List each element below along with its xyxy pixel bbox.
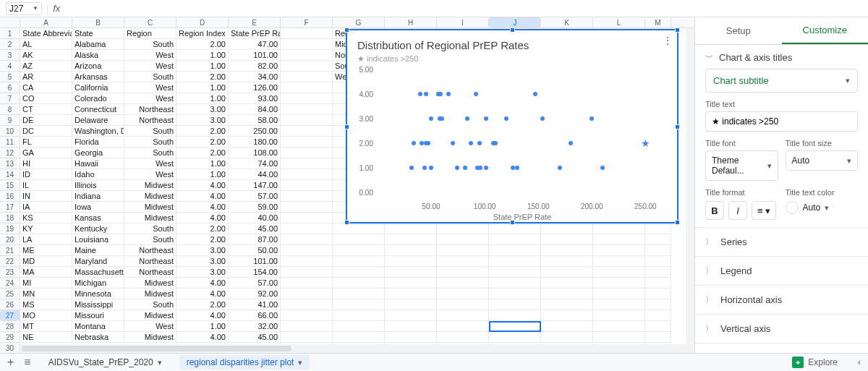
cell[interactable] <box>281 39 333 50</box>
chevron-down-icon[interactable]: ▾ <box>158 358 162 367</box>
cell[interactable]: 4.00 <box>176 310 229 321</box>
cell[interactable]: Connecticut <box>72 104 124 115</box>
align-button[interactable]: ≡ ▾ <box>752 201 776 220</box>
row-header[interactable]: 12 <box>0 148 20 158</box>
row-header[interactable]: 28 <box>0 321 20 332</box>
cell[interactable] <box>281 169 333 180</box>
cell[interactable] <box>489 289 541 299</box>
cell[interactable] <box>437 289 489 299</box>
cell[interactable]: 101.00 <box>229 50 281 61</box>
cell[interactable] <box>593 299 645 310</box>
cell[interactable]: 93.00 <box>229 93 281 104</box>
section-vertical-axis[interactable]: 〉Vertical axis <box>695 315 868 344</box>
cell[interactable]: West <box>124 61 176 72</box>
row-header[interactable]: 4 <box>0 61 20 72</box>
cell[interactable] <box>541 321 593 332</box>
cell[interactable]: State Abbreviation <box>20 28 72 39</box>
cell[interactable] <box>489 267 541 278</box>
cell[interactable]: South <box>124 148 176 158</box>
collapse-icon[interactable]: ‹ <box>858 357 861 367</box>
cell[interactable]: 47.00 <box>229 39 281 50</box>
col-header[interactable]: A <box>20 17 72 27</box>
cell[interactable] <box>281 115 333 126</box>
cell[interactable]: 126.00 <box>229 82 281 93</box>
cell[interactable]: West <box>124 82 176 93</box>
cell[interactable] <box>281 158 333 169</box>
cell[interactable]: Midwest <box>124 289 176 299</box>
cell[interactable]: HI <box>20 158 72 169</box>
cell[interactable]: Midwest <box>124 310 176 321</box>
cell[interactable] <box>333 267 385 278</box>
cell[interactable]: 4.00 <box>176 202 229 213</box>
cell[interactable]: 1.00 <box>176 158 229 169</box>
cell[interactable] <box>281 50 333 61</box>
cell[interactable]: State PrEP Rate <box>229 28 281 39</box>
cell[interactable]: State <box>72 28 124 39</box>
cell[interactable]: Iowa <box>72 202 124 213</box>
col-header[interactable]: L <box>593 17 645 27</box>
spreadsheet-grid[interactable]: 1234567891011121314151617181920212223242… <box>0 17 694 353</box>
cell[interactable] <box>541 289 593 299</box>
col-header[interactable]: K <box>541 17 593 27</box>
title-font-select[interactable]: Theme Defaul...▾ <box>705 150 778 181</box>
cell[interactable]: MN <box>20 289 72 299</box>
chevron-down-icon[interactable]: ▾ <box>825 203 829 213</box>
cell[interactable] <box>333 245 385 256</box>
cell[interactable] <box>489 278 541 289</box>
cell[interactable] <box>385 256 437 267</box>
cell[interactable]: Illinois <box>72 180 124 191</box>
cell[interactable]: CA <box>20 82 72 93</box>
row-header[interactable]: 3 <box>0 50 20 61</box>
tab-customize[interactable]: Customize <box>782 17 869 44</box>
cell[interactable] <box>593 310 645 321</box>
cell[interactable] <box>541 256 593 267</box>
cell[interactable]: 1.00 <box>176 169 229 180</box>
col-header[interactable]: E <box>229 17 281 27</box>
cell[interactable]: 3.00 <box>176 115 229 126</box>
cell[interactable]: 180.00 <box>229 137 281 148</box>
cell[interactable]: 4.00 <box>176 191 229 202</box>
cell[interactable]: 2.00 <box>176 137 229 148</box>
cell[interactable]: South <box>124 72 176 82</box>
cell[interactable]: 154.00 <box>229 267 281 278</box>
row-header[interactable]: 23 <box>0 267 20 278</box>
cell[interactable]: AK <box>20 50 72 61</box>
cell[interactable]: ME <box>20 245 72 256</box>
cell[interactable]: 2.00 <box>176 72 229 82</box>
name-box[interactable]: J27 ▼ <box>6 2 42 15</box>
cell[interactable]: 2.00 <box>176 126 229 137</box>
row-header[interactable]: 17 <box>0 202 20 213</box>
tab-setup[interactable]: Setup <box>695 17 782 44</box>
cell[interactable]: West <box>124 321 176 332</box>
cell[interactable] <box>645 245 671 256</box>
cell[interactable]: MS <box>20 299 72 310</box>
cell[interactable] <box>385 289 437 299</box>
cell[interactable]: Louisiana <box>72 234 124 245</box>
resize-handle[interactable] <box>344 27 349 33</box>
chart-menu-icon[interactable]: ⋮ <box>663 35 673 46</box>
cell[interactable]: South <box>124 223 176 234</box>
resize-handle[interactable] <box>344 124 349 129</box>
cell[interactable]: Northeast <box>124 115 176 126</box>
cell[interactable] <box>385 267 437 278</box>
color-swatch[interactable] <box>786 201 799 214</box>
cell[interactable]: 32.00 <box>229 321 281 332</box>
cell[interactable] <box>593 234 645 245</box>
row-header[interactable]: 11 <box>0 137 20 148</box>
cell[interactable]: Kansas <box>72 213 124 223</box>
cell[interactable]: West <box>124 169 176 180</box>
cell[interactable]: KS <box>20 213 72 223</box>
cell[interactable] <box>593 245 645 256</box>
cell[interactable]: 101.00 <box>229 256 281 267</box>
cell[interactable]: 108.00 <box>229 148 281 158</box>
cell[interactable]: 2.00 <box>176 299 229 310</box>
cell[interactable]: 45.00 <box>229 332 281 343</box>
cell[interactable] <box>489 332 541 343</box>
cell[interactable]: 57.00 <box>229 191 281 202</box>
row-header[interactable]: 18 <box>0 213 20 223</box>
row-header[interactable]: 1 <box>0 28 20 39</box>
cell[interactable] <box>645 332 671 343</box>
cell[interactable]: 147.00 <box>229 180 281 191</box>
cell[interactable]: South <box>124 299 176 310</box>
cell[interactable]: Arizona <box>72 61 124 72</box>
